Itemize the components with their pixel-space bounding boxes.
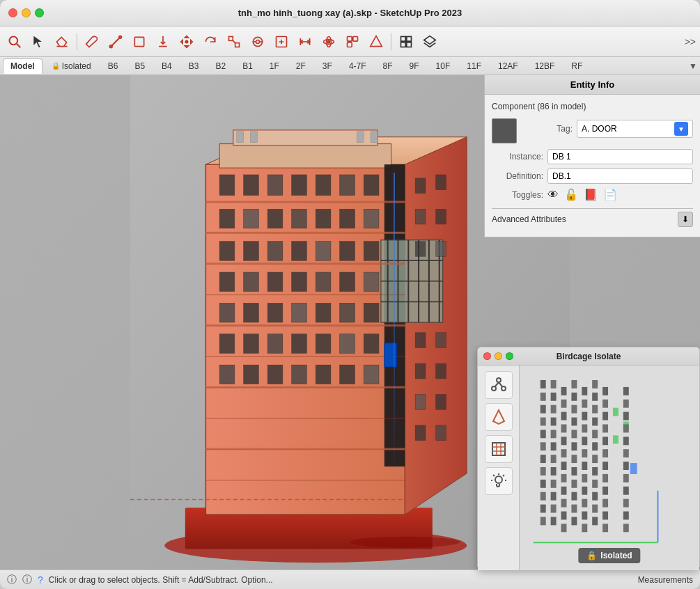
definition-label: Definition: [492,171,547,181]
scale-tool-icon[interactable] [224,31,244,52]
svg-rect-196 [571,442,577,450]
svg-rect-237 [602,512,608,520]
svg-rect-126 [436,242,446,257]
tab-4-7f[interactable]: 4-7F [341,58,374,74]
birdcage-component-tool[interactable] [485,371,513,399]
birdcage-light-tool[interactable] [485,467,513,495]
instance-field[interactable]: DB 1 [547,149,693,164]
tab-10f[interactable]: 10F [428,58,458,74]
birdcage-material-tool[interactable] [485,403,513,431]
svg-rect-81 [267,242,283,261]
svg-rect-29 [407,42,412,47]
svg-rect-93 [219,303,235,322]
axis-line-vertical [394,173,395,486]
tab-9f[interactable]: 9F [402,58,427,74]
svg-rect-26 [401,36,406,41]
svg-rect-84 [340,242,355,261]
svg-rect-124 [436,209,446,224]
text-tool-icon[interactable] [271,31,292,52]
svg-rect-220 [592,442,598,450]
svg-rect-113 [364,365,379,384]
move-tool-icon[interactable] [176,31,197,52]
svg-rect-186 [561,474,567,482]
tab-model[interactable]: Model [3,58,42,74]
eraser-tool-icon[interactable] [52,31,72,52]
tab-8f[interactable]: 8F [375,58,400,74]
svg-rect-89 [292,272,307,292]
tabs-more-arrow[interactable]: ▼ [689,61,697,71]
line-tool-icon[interactable] [105,31,126,52]
svg-rect-162 [540,467,546,476]
component-tool-icon[interactable] [396,31,417,52]
maximize-button[interactable] [35,8,44,17]
close-button[interactable] [8,8,17,17]
tab-1f[interactable]: 1F [262,58,287,74]
status-bar: ⓘ ⓘ ? Click or drag to select objects. S… [0,570,700,589]
svg-rect-231 [602,437,608,445]
svg-rect-111 [316,365,331,384]
lock-toggle-icon[interactable]: 🔓 [564,188,578,201]
visibility-toggle-icon[interactable]: 👁 [547,189,559,201]
definition-field[interactable]: DB.1 [547,168,693,184]
svg-rect-99 [364,303,379,322]
svg-rect-241 [613,435,619,443]
svg-rect-71 [364,175,379,196]
tab-isolated[interactable]: 🔒 Isolated [44,58,99,74]
birdcage-close-button[interactable] [483,352,491,360]
tape-tool-icon[interactable] [247,31,268,52]
svg-line-153 [493,475,495,476]
svg-rect-206 [582,424,587,432]
svg-rect-94 [244,303,259,322]
minimize-button[interactable] [22,8,31,17]
pushpull-tool-icon[interactable] [153,31,173,52]
svg-rect-121 [415,178,426,194]
birdcage-window-controls[interactable] [483,352,513,360]
window-controls[interactable] [8,8,44,17]
birdcage-viewport[interactable]: 🔒 Isolated [520,366,699,570]
layer-tool-icon[interactable] [419,31,440,52]
svg-rect-222 [592,467,598,476]
birdcage-texture-tool[interactable] [485,435,513,463]
tab-12bf[interactable]: 12BF [527,58,563,74]
toolbar-more-button[interactable]: >> [685,36,696,47]
tab-b2[interactable]: B2 [208,58,233,74]
instance-value: DB 1 [552,152,571,162]
tab-3f[interactable]: 3F [315,58,340,74]
tab-11f[interactable]: 11F [459,58,489,74]
svg-point-138 [497,378,501,382]
status-message: Click or drag to select objects. Shift =… [49,575,632,585]
entity-info-title: Entity Info [485,75,700,95]
tag-dropdown[interactable]: A. DOOR ▼ [577,120,693,138]
svg-rect-158 [540,418,546,426]
orbit-tool-icon[interactable] [318,31,339,52]
tab-rf[interactable]: RF [563,58,590,74]
tab-b5[interactable]: B5 [127,58,153,74]
rotate-tool-icon[interactable] [200,31,221,52]
section-tool-icon[interactable] [366,31,387,52]
shadow-toggle-icon[interactable]: 📄 [603,188,617,201]
search-tool-icon[interactable] [4,31,25,52]
tab-b1[interactable]: B1 [235,58,260,74]
walk-tool-icon[interactable] [342,31,363,52]
tab-b6[interactable]: B6 [100,58,126,74]
tab-b4[interactable]: B4 [154,58,180,74]
dimension-tool-icon[interactable] [295,31,316,52]
select-tool-icon[interactable] [28,31,49,52]
svg-rect-133 [415,425,426,441]
svg-rect-157 [540,405,546,414]
paint-tool-icon[interactable] [81,31,102,52]
svg-rect-134 [436,425,446,441]
birdcage-maximize-button[interactable] [506,352,513,360]
tab-12af[interactable]: 12AF [490,58,526,74]
tag-dropdown-arrow[interactable]: ▼ [674,122,688,136]
book-toggle-icon[interactable]: 📕 [584,188,598,201]
shape-tool-icon[interactable] [129,31,150,52]
birdcage-minimize-button[interactable] [495,352,502,360]
svg-rect-195 [571,430,577,438]
svg-rect-178 [551,517,557,525]
tab-b3[interactable]: B3 [181,58,207,74]
svg-rect-86 [219,272,235,292]
tab-2f[interactable]: 2F [288,58,313,74]
advanced-attributes-button[interactable]: ⬇ [678,212,693,227]
svg-rect-176 [551,492,557,501]
